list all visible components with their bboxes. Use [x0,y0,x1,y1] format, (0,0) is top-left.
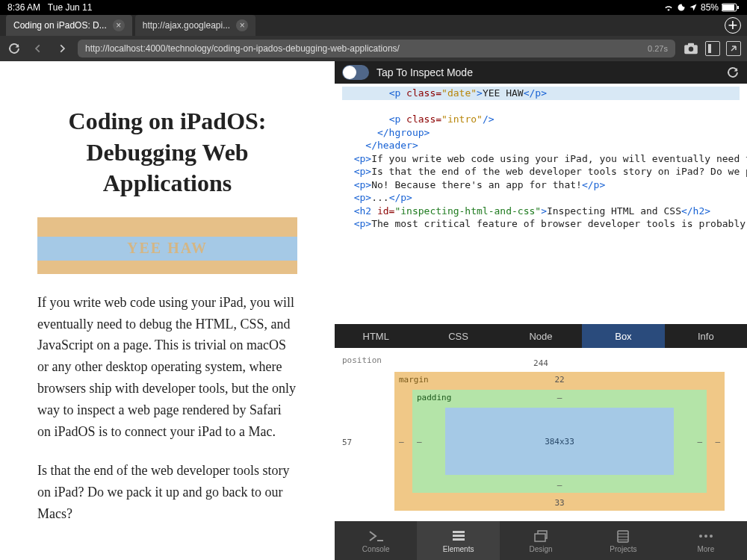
design-icon [533,529,548,544]
svg-point-4 [689,47,693,52]
load-time: 0.27s [648,44,668,53]
svg-rect-6 [708,44,711,53]
banner-text: YEE HAW [37,237,297,261]
html-source-view[interactable]: <p class="date">YEE HAW</p> <p class="in… [335,84,747,324]
position-label: position [342,355,382,365]
margin-box: margin 22 33 – – padding – – – – 384x33 [394,372,725,511]
detail-tab-info[interactable]: Info [665,324,747,348]
article-paragraph: If you write web code using your iPad, y… [37,292,297,443]
status-time: 8:36 AM Tue Jun 11 [7,2,92,13]
split-right-icon[interactable] [726,41,741,56]
url-input[interactable]: http://localhost:4000/technology/coding-… [78,40,675,57]
nav-projects[interactable]: Projects [582,521,664,560]
wifi-icon [663,2,674,13]
reload-button[interactable] [6,42,22,55]
camera-icon[interactable] [683,41,699,56]
battery-percent: 85% [701,2,719,13]
inspect-mode-toggle[interactable] [342,65,369,80]
browser-tab-bar: Coding on iPadOS: D... × http://ajax.goo… [0,15,747,36]
moon-icon [677,3,686,12]
inspector-detail-tabs: HTML CSS Node Box Info [335,324,747,348]
inspect-mode-label: Tap To Inspect Mode [376,66,719,78]
padding-box: padding – – – – 384x33 [412,390,707,493]
article-title: Coding on iPadOS: Debugging Web Applicat… [37,106,297,199]
status-right: 85% [663,2,740,13]
svg-point-17 [710,535,713,538]
detail-tab-node[interactable]: Node [500,324,582,348]
close-icon[interactable]: × [113,19,125,31]
svg-rect-2 [737,6,739,9]
bottom-nav: Console Elements Design Projects More [335,521,747,560]
detail-tab-html[interactable]: HTML [335,324,417,348]
nav-console[interactable]: Console [335,521,417,560]
inspector-panel: Tap To Inspect Mode <p class="date">YEE … [335,61,747,560]
highlighted-element: YEE HAW [37,217,297,274]
page-preview[interactable]: Coding on iPadOS: Debugging Web Applicat… [0,61,335,560]
svg-rect-8 [453,535,465,537]
back-button[interactable] [30,43,46,54]
svg-rect-10 [535,534,545,541]
split-left-icon[interactable] [705,41,720,56]
svg-point-16 [704,535,707,538]
browser-tab[interactable]: Coding on iPadOS: D... × [6,15,132,36]
url-text: http://localhost:4000/technology/coding-… [85,43,642,54]
svg-rect-9 [453,538,465,541]
url-bar: http://localhost:4000/technology/coding-… [0,36,747,61]
nav-elements[interactable]: Elements [417,521,499,560]
svg-point-15 [699,535,702,538]
more-icon [698,529,714,544]
forward-button[interactable] [54,43,70,54]
nav-more[interactable]: More [665,521,747,560]
tab-title: http://ajax.googleapi... [143,20,230,31]
refresh-button[interactable] [726,66,740,79]
projects-icon [616,529,630,544]
new-tab-button[interactable]: + [725,17,741,34]
detail-tab-css[interactable]: CSS [417,324,499,348]
nav-design[interactable]: Design [500,521,582,560]
position-top-value: 244 [533,358,548,368]
battery-icon [722,3,740,12]
article-paragraph: Is that the end of the web developer too… [37,460,297,524]
status-bar: 8:36 AM Tue Jun 11 85% [0,0,747,15]
location-icon [689,3,698,12]
position-left-value: 57 [342,438,352,447]
box-model-diagram: position 244 57 margin 22 33 – – padding… [335,348,747,521]
console-icon [367,529,385,544]
svg-rect-5 [688,43,694,46]
close-icon[interactable]: × [236,19,248,31]
browser-tab[interactable]: http://ajax.googleapi... × [135,15,255,36]
tab-title: Coding on iPadOS: D... [13,20,107,31]
detail-tab-box[interactable]: Box [582,324,664,348]
svg-rect-1 [722,4,734,10]
elements-icon [451,529,466,544]
content-box: 384x33 [445,408,674,475]
inspect-toolbar: Tap To Inspect Mode [335,61,747,84]
svg-rect-7 [453,531,465,533]
